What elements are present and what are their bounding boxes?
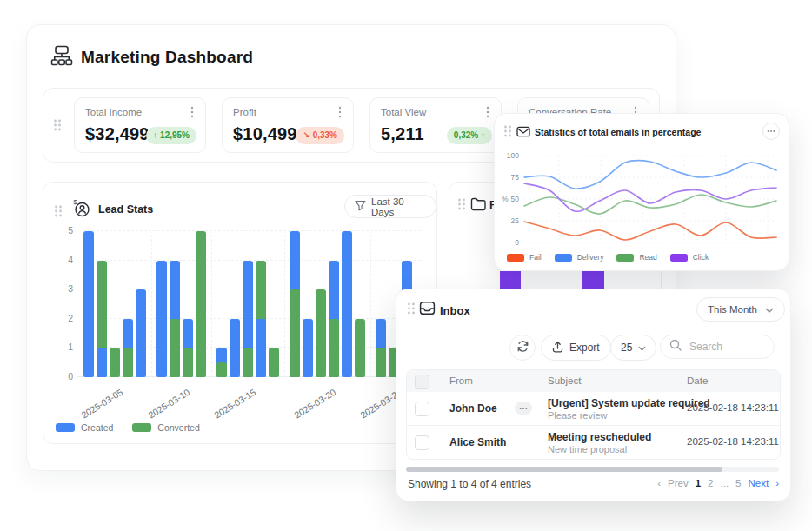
funnel-icon — [355, 200, 366, 213]
magnifier-icon — [669, 339, 682, 355]
table-header-row: From Subject Date — [407, 370, 780, 392]
bar — [196, 231, 206, 377]
y-tick-label: 75 — [500, 173, 519, 182]
table-row[interactable]: Alice Smith Meeting rescheduled New time… — [407, 425, 780, 459]
upload-icon — [552, 341, 563, 355]
legend-item: Delivery — [555, 253, 604, 262]
bar — [290, 289, 300, 377]
envelope-icon — [516, 125, 530, 141]
svg-text:$: $ — [74, 199, 77, 205]
legend-swatch — [56, 423, 75, 432]
page-ellipsis: ... — [721, 478, 729, 488]
bar — [216, 362, 227, 377]
bar — [329, 319, 339, 377]
export-button[interactable]: Export — [541, 335, 611, 361]
page-title: Marketing Dashboard — [81, 48, 253, 67]
drag-dots-icon[interactable] — [53, 118, 62, 132]
row-menu-button[interactable] — [515, 402, 532, 415]
page-size-select[interactable]: 25 — [610, 335, 656, 361]
x-tick-label: 2025-03-15 — [193, 387, 257, 433]
inbox-title: Inbox — [440, 304, 470, 317]
horizontal-scrollbar-thumb[interactable] — [406, 467, 722, 472]
sitemap-icon — [50, 43, 74, 71]
kebab-icon[interactable] — [482, 105, 494, 123]
stat-badge: ↑ 12,95% — [146, 127, 196, 144]
legend-swatch — [507, 254, 524, 262]
table-row[interactable]: John Doe [Urgent] System update required… — [407, 392, 780, 425]
gridline — [370, 235, 371, 377]
search-input[interactable] — [688, 340, 769, 354]
row-checkbox[interactable] — [415, 402, 429, 416]
refresh-button[interactable] — [509, 335, 536, 361]
bar — [342, 231, 352, 377]
row-date: 2025-02-18 14:23:11 — [687, 436, 779, 447]
legend-label: Fail — [529, 253, 542, 262]
column-header-date: Date — [687, 370, 708, 392]
stat-value: $10,499 — [233, 124, 297, 144]
column-header-from: From — [449, 370, 473, 392]
select-all-checkbox[interactable] — [415, 375, 429, 389]
bar — [136, 289, 146, 377]
legend-item: Click — [670, 253, 709, 262]
stat-title: Profit — [233, 107, 256, 117]
lead-chart-x-axis: 2025-03-052025-03-102025-03-152025-03-20… — [83, 381, 436, 426]
next-button[interactable]: Next — [749, 478, 769, 488]
line-series-Delivery — [524, 160, 776, 189]
refresh-icon — [516, 340, 529, 356]
page-2[interactable]: 2 — [708, 478, 713, 488]
bar — [156, 261, 167, 377]
bar — [183, 348, 193, 377]
gridline — [83, 230, 421, 231]
prev-arrow[interactable]: ‹ — [657, 478, 661, 488]
drag-dots-icon[interactable] — [457, 197, 466, 211]
y-tick-label: 25 — [500, 216, 519, 225]
page-1[interactable]: 1 — [696, 478, 701, 488]
y-tick-label: 100 — [500, 151, 519, 160]
period-select[interactable]: This Month — [696, 297, 785, 322]
drag-dots-icon[interactable] — [54, 204, 63, 218]
stat-badge: 0,32% ↑ — [447, 127, 492, 144]
email-chart-legend: FailDeliveryReadClick — [507, 253, 709, 262]
bar — [230, 319, 240, 377]
page-5[interactable]: 5 — [735, 478, 741, 488]
bar — [376, 348, 386, 377]
bar — [170, 319, 180, 377]
row-checkbox[interactable] — [415, 435, 429, 450]
line-series-Read — [524, 195, 776, 214]
column-header-subject: Subject — [548, 370, 581, 392]
stat-badge: ↘ 0,33% — [296, 127, 344, 144]
y-tick-label: 2 — [50, 313, 73, 323]
search-box — [660, 335, 775, 359]
legend-item: Read — [616, 253, 656, 262]
stat-card-total-income: Total Income $32,499 ↑ 12,95% — [74, 97, 206, 153]
row-date: 2025-02-18 14:23:11 — [687, 402, 779, 413]
stat-value: 5,211 — [381, 124, 424, 144]
y-tick-label: 1 — [50, 342, 73, 352]
email-statistics-card: Statistics of total emails in percentage… — [494, 113, 789, 271]
stat-card-profit: Profit $10,499 ↘ 0,33% — [222, 97, 354, 153]
gridline — [211, 235, 212, 377]
lead-filter-button[interactable]: Last 30 Days — [344, 195, 436, 218]
stat-card-total-view: Total View 5,211 0,32% ↑ — [369, 97, 502, 153]
prev-button[interactable]: Prev — [668, 478, 689, 488]
ellipsis-icon[interactable] — [762, 123, 780, 140]
pagination: ‹ Prev 1 2 ... 5 Next › — [657, 478, 779, 488]
chevron-down-icon — [638, 342, 646, 354]
legend-label: Converted — [157, 422, 199, 433]
y-tick-label: 5 — [50, 225, 73, 236]
kebab-icon[interactable] — [334, 105, 346, 123]
row-subject: Meeting rescheduled — [548, 431, 651, 443]
inbox-tray-icon — [419, 301, 436, 319]
kebab-icon[interactable] — [186, 105, 198, 123]
next-arrow[interactable]: › — [775, 478, 779, 488]
legend-swatch — [670, 254, 688, 262]
bar — [269, 348, 279, 377]
gridline — [284, 235, 285, 377]
bar — [123, 348, 133, 377]
chevron-down-icon — [765, 304, 774, 315]
bar — [83, 231, 94, 377]
row-from: John Doe — [449, 402, 497, 415]
line-series-Fail — [524, 222, 776, 240]
drag-dots-icon[interactable] — [503, 124, 512, 138]
drag-dots-icon[interactable] — [407, 302, 416, 315]
